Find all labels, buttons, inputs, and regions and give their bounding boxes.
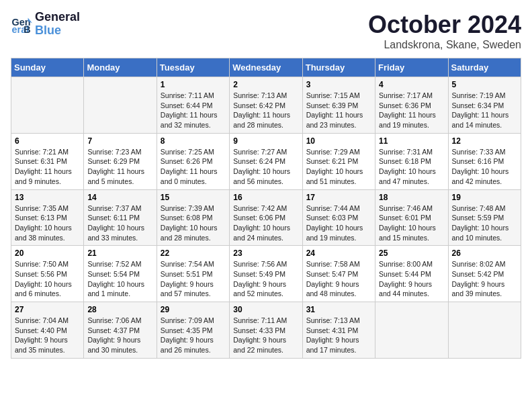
calendar-week-row: 1Sunrise: 7:11 AM Sunset: 6:44 PM Daylig… [11,77,521,134]
day-info: Sunrise: 7:35 AM Sunset: 6:13 PM Dayligh… [15,203,80,243]
calendar-table: SundayMondayTuesdayWednesdayThursdayFrid… [11,58,521,359]
day-info: Sunrise: 7:06 AM Sunset: 4:37 PM Dayligh… [87,316,152,355]
day-number: 12 [452,136,517,146]
day-info: Sunrise: 7:42 AM Sunset: 6:06 PM Dayligh… [233,203,298,243]
header-wednesday: Wednesday [230,58,302,77]
page-header: Gen eral B General Blue October 2024 Lan… [11,11,521,51]
day-info: Sunrise: 7:33 AM Sunset: 6:16 PM Dayligh… [452,147,517,187]
calendar-week-row: 27Sunrise: 7:04 AM Sunset: 4:40 PM Dayli… [11,302,521,359]
day-number: 20 [15,248,80,258]
day-info: Sunrise: 7:54 AM Sunset: 5:51 PM Dayligh… [161,259,226,299]
day-info: Sunrise: 7:27 AM Sunset: 6:24 PM Dayligh… [233,147,298,187]
day-number: 24 [306,248,371,258]
header-monday: Monday [84,58,157,77]
day-info: Sunrise: 7:23 AM Sunset: 6:29 PM Dayligh… [87,147,152,187]
calendar-cell: 30Sunrise: 7:11 AM Sunset: 4:33 PM Dayli… [230,302,302,359]
day-info: Sunrise: 7:29 AM Sunset: 6:21 PM Dayligh… [306,147,371,187]
calendar-cell: 31Sunrise: 7:13 AM Sunset: 4:31 PM Dayli… [302,302,375,359]
calendar-cell: 12Sunrise: 7:33 AM Sunset: 6:16 PM Dayli… [448,133,521,189]
day-info: Sunrise: 7:56 AM Sunset: 5:49 PM Dayligh… [233,259,298,299]
calendar-cell: 21Sunrise: 7:52 AM Sunset: 5:54 PM Dayli… [84,246,157,302]
calendar-cell: 13Sunrise: 7:35 AM Sunset: 6:13 PM Dayli… [11,189,84,246]
day-number: 7 [87,136,152,146]
day-number: 18 [379,193,444,202]
day-info: Sunrise: 8:02 AM Sunset: 5:42 PM Dayligh… [452,259,517,299]
calendar-cell [375,302,448,359]
calendar-cell: 1Sunrise: 7:11 AM Sunset: 6:44 PM Daylig… [157,77,229,134]
day-info: Sunrise: 7:48 AM Sunset: 5:59 PM Dayligh… [452,203,517,243]
calendar-cell [84,77,157,134]
day-number: 27 [15,305,80,314]
header-thursday: Thursday [302,58,375,77]
day-info: Sunrise: 8:00 AM Sunset: 5:44 PM Dayligh… [379,259,444,299]
header-friday: Friday [375,58,448,77]
calendar-cell: 18Sunrise: 7:46 AM Sunset: 6:01 PM Dayli… [375,189,448,246]
day-number: 26 [452,248,517,258]
day-number: 15 [161,193,226,202]
day-info: Sunrise: 7:09 AM Sunset: 4:35 PM Dayligh… [161,316,226,355]
calendar-cell: 6Sunrise: 7:21 AM Sunset: 6:31 PM Daylig… [11,133,84,189]
day-number: 2 [233,80,298,89]
day-info: Sunrise: 7:52 AM Sunset: 5:54 PM Dayligh… [87,259,152,299]
day-number: 29 [161,305,226,314]
calendar-cell: 10Sunrise: 7:29 AM Sunset: 6:21 PM Dayli… [302,133,375,189]
day-info: Sunrise: 7:15 AM Sunset: 6:39 PM Dayligh… [306,91,371,130]
day-info: Sunrise: 7:44 AM Sunset: 6:03 PM Dayligh… [306,203,371,243]
calendar-cell: 20Sunrise: 7:50 AM Sunset: 5:56 PM Dayli… [11,246,84,302]
calendar-cell: 2Sunrise: 7:13 AM Sunset: 6:42 PM Daylig… [230,77,302,134]
calendar-cell: 28Sunrise: 7:06 AM Sunset: 4:37 PM Dayli… [84,302,157,359]
calendar-cell: 29Sunrise: 7:09 AM Sunset: 4:35 PM Dayli… [157,302,229,359]
header-sunday: Sunday [11,58,84,77]
day-number: 8 [161,136,226,146]
calendar-cell: 3Sunrise: 7:15 AM Sunset: 6:39 PM Daylig… [302,77,375,134]
calendar-cell [11,77,84,134]
calendar-cell: 9Sunrise: 7:27 AM Sunset: 6:24 PM Daylig… [230,133,302,189]
calendar-cell: 15Sunrise: 7:39 AM Sunset: 6:08 PM Dayli… [157,189,229,246]
day-number: 14 [87,193,152,202]
day-number: 30 [233,305,298,314]
day-info: Sunrise: 7:50 AM Sunset: 5:56 PM Dayligh… [15,259,80,299]
day-info: Sunrise: 7:11 AM Sunset: 4:33 PM Dayligh… [233,316,298,355]
calendar-cell [448,302,521,359]
day-info: Sunrise: 7:17 AM Sunset: 6:36 PM Dayligh… [379,91,444,130]
header-saturday: Saturday [448,58,521,77]
location: Landskrona, Skane, Sweden [368,39,521,51]
day-info: Sunrise: 7:58 AM Sunset: 5:47 PM Dayligh… [306,259,371,299]
calendar-cell: 14Sunrise: 7:37 AM Sunset: 6:11 PM Dayli… [84,189,157,246]
day-number: 25 [379,248,444,258]
calendar-cell: 4Sunrise: 7:17 AM Sunset: 6:36 PM Daylig… [375,77,448,134]
logo-text-line1: General [35,11,80,24]
calendar-cell: 25Sunrise: 8:00 AM Sunset: 5:44 PM Dayli… [375,246,448,302]
calendar-cell: 22Sunrise: 7:54 AM Sunset: 5:51 PM Dayli… [157,246,229,302]
day-info: Sunrise: 7:13 AM Sunset: 6:42 PM Dayligh… [233,91,298,130]
header-tuesday: Tuesday [157,58,229,77]
calendar-cell: 16Sunrise: 7:42 AM Sunset: 6:06 PM Dayli… [230,189,302,246]
day-number: 17 [306,193,371,202]
logo: Gen eral B General Blue [11,11,80,38]
day-info: Sunrise: 7:11 AM Sunset: 6:44 PM Dayligh… [161,91,226,130]
day-info: Sunrise: 7:31 AM Sunset: 6:18 PM Dayligh… [379,147,444,187]
day-number: 11 [379,136,444,146]
calendar-week-row: 20Sunrise: 7:50 AM Sunset: 5:56 PM Dayli… [11,246,521,302]
calendar-week-row: 6Sunrise: 7:21 AM Sunset: 6:31 PM Daylig… [11,133,521,189]
day-info: Sunrise: 7:39 AM Sunset: 6:08 PM Dayligh… [161,203,226,243]
day-number: 6 [15,136,80,146]
day-number: 13 [15,193,80,202]
calendar-cell: 19Sunrise: 7:48 AM Sunset: 5:59 PM Dayli… [448,189,521,246]
calendar-cell: 26Sunrise: 8:02 AM Sunset: 5:42 PM Dayli… [448,246,521,302]
day-info: Sunrise: 7:46 AM Sunset: 6:01 PM Dayligh… [379,203,444,243]
day-info: Sunrise: 7:21 AM Sunset: 6:31 PM Dayligh… [15,147,80,187]
calendar-cell: 7Sunrise: 7:23 AM Sunset: 6:29 PM Daylig… [84,133,157,189]
day-number: 21 [87,248,152,258]
day-number: 28 [87,305,152,314]
day-number: 4 [379,80,444,89]
calendar-header-row: SundayMondayTuesdayWednesdayThursdayFrid… [11,58,521,77]
title-block: October 2024 Landskrona, Skane, Sweden [368,11,521,51]
day-number: 16 [233,193,298,202]
day-number: 31 [306,305,371,314]
day-number: 19 [452,193,517,202]
calendar-cell: 11Sunrise: 7:31 AM Sunset: 6:18 PM Dayli… [375,133,448,189]
calendar-cell: 5Sunrise: 7:19 AM Sunset: 6:34 PM Daylig… [448,77,521,134]
day-info: Sunrise: 7:04 AM Sunset: 4:40 PM Dayligh… [15,316,80,355]
logo-text-line2: Blue [35,24,80,38]
